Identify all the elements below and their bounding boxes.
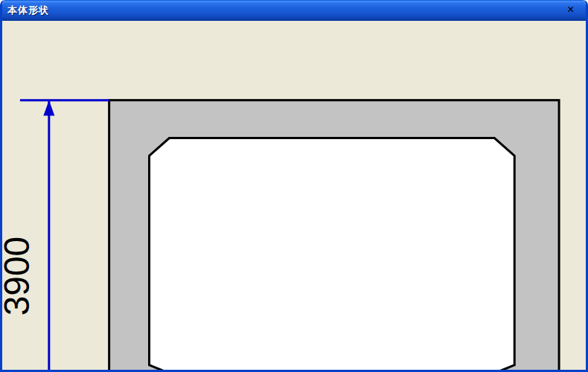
culvert-section-drawing: 3900 5000 (2, 0, 586, 372)
section-drawing-panel: 3900 5000 (2, 0, 586, 372)
window-title: 本体形状 (7, 4, 49, 17)
close-icon: × (567, 3, 574, 16)
close-button[interactable]: × (567, 3, 583, 18)
titlebar[interactable]: 本体形状 × (0, 0, 588, 21)
height-dim-label: 3900 (2, 237, 36, 315)
culvert-opening (149, 138, 514, 372)
dialog-hontai-keijou: 本体形状 × 3900 5000 (0, 0, 588, 372)
